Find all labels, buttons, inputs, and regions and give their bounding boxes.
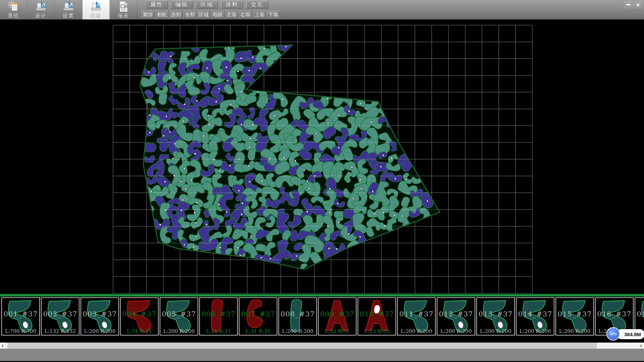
app-button-1[interactable]: 系统 <box>0 0 27 19</box>
piece-shape <box>160 298 198 335</box>
close-button[interactable]: × <box>634 1 642 8</box>
nesting-canvas[interactable] <box>0 19 644 293</box>
minimize-button[interactable] <box>624 1 633 8</box>
menu-tab-3[interactable]: 区域 <box>196 1 218 9</box>
piece-thumbnail-005_#37[interactable]: 005_#37L:200 R:200 <box>160 297 198 336</box>
app-button-5[interactable]: 报表 <box>110 0 137 19</box>
report-icon <box>117 0 130 13</box>
piece-thumbnail-010_#37[interactable]: 010_#37L:33 R:33 <box>358 297 396 336</box>
piece-shape <box>2 298 39 335</box>
piece-shape <box>398 298 435 335</box>
menu-tab-1[interactable]: 属性 <box>146 1 168 9</box>
memory-value: 384.8M <box>624 331 641 337</box>
piece-shape <box>121 298 158 335</box>
piece-thumbnail-015_#37[interactable]: 015_#37L:200 R:200 <box>555 297 594 336</box>
horizontal-scrollbar[interactable]: ‹ › <box>0 343 644 349</box>
piece-shape <box>279 298 316 335</box>
progress-badge[interactable]: 384.8M 38% <box>606 327 644 341</box>
app-button-label: 系统 <box>8 13 19 19</box>
app-button-2[interactable]: 设计 <box>28 0 55 19</box>
piece-thumbnail-006_#37[interactable]: 006_#37L:21 R:21 <box>199 297 238 336</box>
piece-thumbnail-002_#37[interactable]: 002_#37L:132 R:132 <box>41 297 79 336</box>
system-icon <box>7 0 20 13</box>
piece-shape <box>81 298 118 335</box>
piece-shape <box>556 298 593 335</box>
tool-button-7[interactable]: 左靠 <box>225 10 238 19</box>
scroll-right-icon[interactable]: › <box>640 343 642 349</box>
menu-tab-2[interactable]: 编辑 <box>171 1 193 9</box>
piece-thumbnail-list: 001_#37L:700 R:700002_#37L:132 R:132003_… <box>1 297 644 336</box>
tool-button-10[interactable]: 下靠 <box>267 10 280 19</box>
piece-shape <box>358 298 395 335</box>
piece-thumbnail-004_#37[interactable]: 004_#37L:31 R:31 <box>120 297 159 336</box>
menu-tab-4[interactable]: 排料 <box>221 1 243 9</box>
tool-button-4[interactable]: 全割 <box>183 10 197 19</box>
tool-button-8[interactable]: 右靠 <box>239 10 252 19</box>
piece-thumbnail-014_#37[interactable]: 014_#37L:200 R:200 <box>516 297 554 336</box>
tool-button-5[interactable]: 区域 <box>197 10 210 19</box>
piece-thumbnail-011_#37[interactable]: 011_#37L:200 R:200 <box>397 297 436 336</box>
app-button-3[interactable]: 设置 <box>55 0 82 19</box>
piece-shape <box>200 298 237 335</box>
piece-thumbnail-003_#37[interactable]: 003_#37L:200 R:200 <box>80 297 119 336</box>
piece-shape <box>319 298 356 335</box>
x-icon: × <box>636 2 640 8</box>
piece-shape <box>477 298 514 335</box>
nesting-icon <box>90 0 102 13</box>
minus-icon <box>626 4 631 5</box>
piece-thumbnail-007_#37[interactable]: 007_#37L:31 R:31 <box>239 297 277 336</box>
piece-shape <box>517 298 554 335</box>
strip-accent-line <box>0 295 644 296</box>
tool-button-2[interactable]: 相机 <box>155 10 169 19</box>
tool-button-3[interactable]: 选割 <box>169 10 182 19</box>
title-bar: 系统设计设置排版报表 属性编辑区域排料交互 聚排相机选割全割区域瑕疵左靠右靠上靠… <box>0 0 644 20</box>
app-button-label: 设计 <box>35 13 47 19</box>
strip-accent-line <box>0 294 644 295</box>
tool-button-9[interactable]: 上靠 <box>253 10 266 19</box>
piece-shape <box>437 298 475 335</box>
piece-list-panel: 001_#37L:700 R:700002_#37L:132 R:132003_… <box>0 293 644 343</box>
app-button-label: 设置 <box>63 13 74 19</box>
status-bar <box>0 349 644 361</box>
piece-thumbnail-008_#37[interactable]: 008_#37L:200 R:200 <box>278 297 317 336</box>
scroll-left-icon[interactable]: ‹ <box>2 343 3 349</box>
application-window: 系统设计设置排版报表 属性编辑区域排料交互 聚排相机选割全割区域瑕疵左靠右靠上靠… <box>0 0 644 362</box>
hide-nesting-drawing <box>0 19 644 293</box>
tool-button-6[interactable]: 瑕疵 <box>211 10 224 19</box>
app-button-4[interactable]: 排版 <box>83 0 110 19</box>
piece-thumbnail-013_#37[interactable]: 013_#37L:200 R:200 <box>476 297 515 336</box>
piece-thumbnail-001_#37[interactable]: 001_#37L:700 R:700 <box>1 297 40 336</box>
menu-tab-5[interactable]: 交互 <box>246 1 268 9</box>
tool-button-1[interactable]: 聚排 <box>141 10 155 19</box>
piece-shape <box>239 298 277 335</box>
piece-thumbnail-012_#37[interactable]: 012_#37L:200 R:200 <box>437 297 475 336</box>
settings-icon <box>62 0 75 13</box>
piece-shape <box>42 298 79 335</box>
progress-percent-circle: 38% <box>606 327 620 341</box>
app-button-label: 排版 <box>90 13 102 19</box>
scrollbar-thumb[interactable] <box>7 343 597 349</box>
app-button-label: 报表 <box>118 13 129 19</box>
piece-thumbnail-009_#37[interactable]: 009_#37L:32 R:31 <box>318 297 357 336</box>
design-icon <box>35 0 47 13</box>
progress-percent-value: 38% <box>609 332 617 336</box>
memory-indicator: 384.8M <box>616 329 644 339</box>
